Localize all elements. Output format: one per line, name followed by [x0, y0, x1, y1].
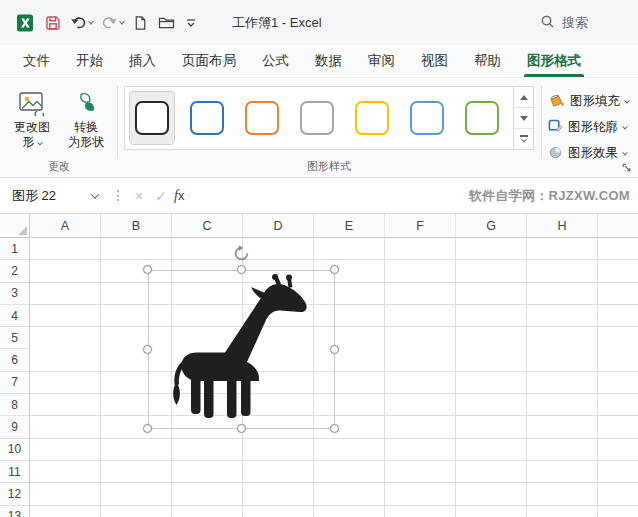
column-header[interactable]: D	[243, 214, 314, 237]
customize-toolbar-icon[interactable]	[185, 17, 197, 29]
selection-handle-top-right[interactable]	[330, 265, 339, 274]
excel-window: 工作簿1 - Excel 搜索 文件 开始 插入 页面布局 公式 数据 审阅 视…	[0, 0, 638, 517]
column-header[interactable]: G	[456, 214, 527, 237]
new-file-icon[interactable]	[133, 15, 148, 31]
row-header[interactable]: 12	[0, 483, 29, 505]
change-shape-dropdown-icon[interactable]	[37, 140, 43, 146]
row-header[interactable]: 1	[0, 238, 29, 260]
row-headers: 1 2 3 4 5 6 7 8 9 10 11 12 13	[0, 238, 30, 517]
shape-outline-button[interactable]: 图形轮廓	[548, 116, 627, 139]
redo-dropdown-icon[interactable]	[119, 18, 125, 24]
row-header[interactable]: 3	[0, 283, 29, 305]
tab-help[interactable]: 帮助	[461, 45, 514, 77]
tab-page-layout[interactable]: 页面布局	[169, 45, 249, 77]
gallery-more-button[interactable]	[514, 128, 533, 149]
redo-control[interactable]	[101, 15, 124, 30]
undo-dropdown-icon[interactable]	[88, 18, 94, 24]
shape-fill-button[interactable]: 图形填充	[548, 90, 629, 113]
shape-fill-dropdown-icon[interactable]	[624, 97, 630, 103]
cancel-icon[interactable]: ×	[128, 188, 150, 204]
group-label-change: 更改	[6, 159, 112, 174]
row-header[interactable]: 9	[0, 416, 29, 438]
shape-effects-dropdown-icon[interactable]	[622, 149, 628, 155]
shape-outline-dropdown-icon[interactable]	[622, 123, 628, 129]
name-box-dropdown-icon[interactable]	[91, 190, 99, 198]
shape-styles-gallery	[124, 86, 514, 150]
shape-style-swatch[interactable]	[185, 92, 229, 144]
shape-selection-border	[148, 270, 335, 429]
change-shape-icon	[18, 84, 46, 116]
gallery-scroll-controls	[514, 86, 534, 150]
column-header[interactable]: H	[527, 214, 598, 237]
selection-handle-bottom-right[interactable]	[330, 424, 339, 433]
column-header[interactable]: B	[101, 214, 172, 237]
shape-effects-button[interactable]: 图形效果	[548, 142, 627, 165]
enter-icon[interactable]: ✓	[150, 188, 172, 204]
ribbon-tab-row: 文件 开始 插入 页面布局 公式 数据 审阅 视图 帮助 图形格式	[0, 45, 638, 77]
column-header-partial[interactable]	[598, 214, 638, 237]
tab-view[interactable]: 视图	[408, 45, 461, 77]
row-header[interactable]: 5	[0, 327, 29, 349]
selection-handle-top-left[interactable]	[143, 265, 152, 274]
formula-bar: 图形 22 × ✓ fx 软件自学网：RJZXW.COM	[0, 178, 638, 214]
convert-to-shape-button[interactable]: 转换 为形状	[60, 84, 112, 164]
column-header[interactable]: C	[172, 214, 243, 237]
rotate-handle-icon[interactable]	[233, 245, 250, 262]
undo-control[interactable]	[70, 15, 93, 30]
save-icon[interactable]	[45, 15, 61, 31]
shape-style-swatch[interactable]	[460, 92, 504, 144]
title-bar: 工作簿1 - Excel 搜索	[0, 0, 638, 45]
row-header[interactable]: 6	[0, 349, 29, 371]
ribbon: 更改图 形 转换 为形状 更改	[0, 77, 638, 178]
tab-data[interactable]: 数据	[302, 45, 355, 77]
dialog-launcher-icon[interactable]	[619, 160, 633, 174]
workbook-title: 工作簿1 - Excel	[232, 14, 322, 32]
gallery-scroll-up-button[interactable]	[514, 87, 533, 107]
row-header[interactable]: 4	[0, 305, 29, 327]
change-shape-label: 更改图 形	[14, 120, 50, 150]
tab-insert[interactable]: 插入	[116, 45, 169, 77]
tab-formulas[interactable]: 公式	[249, 45, 302, 77]
row-header[interactable]: 2	[0, 260, 29, 282]
column-header[interactable]: A	[30, 214, 101, 237]
row-header[interactable]: 13	[0, 506, 29, 517]
search-box[interactable]: 搜索	[540, 14, 628, 32]
search-label: 搜索	[562, 14, 588, 32]
tab-review[interactable]: 审阅	[355, 45, 408, 77]
gallery-scroll-down-button[interactable]	[514, 107, 533, 128]
shape-style-swatch[interactable]	[240, 92, 284, 144]
column-header[interactable]: F	[385, 214, 456, 237]
row-header[interactable]: 7	[0, 372, 29, 394]
column-headers: A B C D E F G H	[30, 214, 638, 238]
insert-function-icon[interactable]: fx	[174, 188, 184, 204]
row-header[interactable]: 10	[0, 439, 29, 461]
effects-sphere-icon	[548, 145, 563, 163]
selection-handle-bottom-left[interactable]	[143, 424, 152, 433]
formula-bar-splitter[interactable]	[117, 190, 119, 201]
shape-style-swatch[interactable]	[405, 92, 449, 144]
group-label-shape-styles: 图形样式	[124, 159, 534, 174]
change-shape-button[interactable]: 更改图 形	[6, 84, 58, 164]
selection-handle-middle-left[interactable]	[143, 345, 152, 354]
open-folder-icon[interactable]	[158, 15, 175, 30]
shape-style-swatch[interactable]	[295, 92, 339, 144]
shape-style-swatch[interactable]	[130, 92, 174, 144]
watermark-text: 软件自学网：RJZXW.COM	[469, 187, 638, 205]
pencil-outline-icon	[548, 119, 563, 137]
paint-bucket-icon	[548, 93, 565, 111]
formula-input[interactable]	[184, 178, 468, 213]
group-separator	[117, 86, 118, 159]
selection-handle-top-middle[interactable]	[237, 265, 246, 274]
selection-handle-bottom-middle[interactable]	[237, 424, 246, 433]
row-header[interactable]: 11	[0, 461, 29, 483]
tab-home[interactable]: 开始	[63, 45, 116, 77]
shape-style-swatch[interactable]	[350, 92, 394, 144]
name-box[interactable]: 图形 22	[0, 178, 108, 213]
selection-handle-middle-right[interactable]	[330, 345, 339, 354]
group-separator	[541, 86, 542, 159]
row-header[interactable]: 8	[0, 394, 29, 416]
column-header[interactable]: E	[314, 214, 385, 237]
tab-shape-format[interactable]: 图形格式	[514, 45, 594, 77]
tab-file[interactable]: 文件	[10, 45, 63, 77]
select-all-corner[interactable]	[0, 214, 30, 238]
